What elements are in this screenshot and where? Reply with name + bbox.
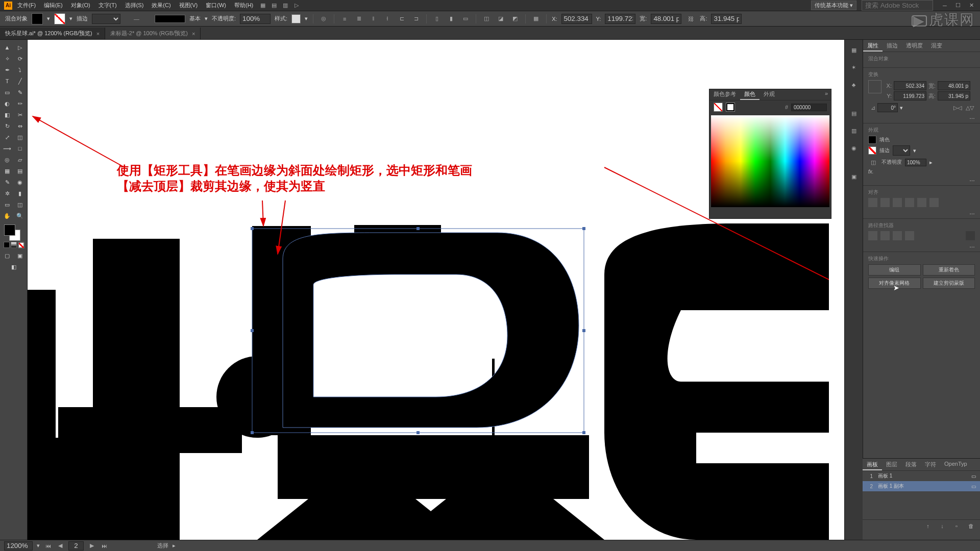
h-input[interactable]	[711, 14, 742, 24]
ab-delete-icon[interactable]: 🗑	[966, 521, 976, 531]
more-icon[interactable]: …	[969, 114, 975, 120]
more-icon-3[interactable]: …	[969, 209, 975, 215]
next-ab-icon[interactable]: ▶	[88, 542, 96, 550]
path-2-icon[interactable]: ◪	[496, 14, 506, 24]
shaper-tool[interactable]: ◐	[1, 98, 14, 109]
align-5-icon[interactable]: ⊏	[397, 14, 407, 24]
pf-intersect[interactable]	[893, 231, 902, 240]
zoom-input[interactable]	[4, 541, 33, 550]
dist-1-icon[interactable]: ▯	[432, 14, 442, 24]
style-swatch[interactable]	[291, 14, 301, 23]
maximize-icon[interactable]: ☐	[953, 1, 963, 10]
screen-mode-1[interactable]: ▢	[1, 250, 14, 261]
link-wh-icon[interactable]: ⛓	[685, 14, 696, 24]
pf-minus-front[interactable]	[880, 231, 890, 240]
align-hcenter[interactable]	[880, 198, 890, 207]
quick-group[interactable]: 编组	[868, 264, 921, 276]
opacity-dd-icon[interactable]: ▸	[929, 159, 933, 166]
appearance-tab[interactable]: 外观	[760, 89, 779, 100]
opacity-input-2[interactable]	[905, 159, 926, 166]
pencil-tool[interactable]: ✏	[14, 98, 27, 109]
last-ab-icon[interactable]: ⏭	[100, 542, 108, 550]
tab-stroke[interactable]: 描边	[883, 40, 902, 52]
brush-dd-icon[interactable]: ▾	[205, 15, 208, 22]
fill-stroke-swatch[interactable]	[4, 224, 20, 241]
prop-h-input[interactable]	[938, 91, 970, 101]
flip-h-icon[interactable]: ▷◁	[952, 103, 963, 113]
artboard-row[interactable]: 1画板 1▭	[863, 471, 980, 481]
tab-blend[interactable]: 混变	[927, 40, 946, 52]
pf-unite[interactable]	[868, 231, 877, 240]
status-dd-icon[interactable]: ▸	[173, 542, 176, 549]
minimize-icon[interactable]: ─	[940, 1, 949, 10]
tab-props[interactable]: 属性	[863, 40, 883, 52]
stock-icon[interactable]: ▤	[270, 1, 279, 10]
blend-tool[interactable]: ◉	[14, 177, 27, 188]
stroke-dd-icon[interactable]: ▾	[69, 15, 72, 22]
close-tab-icon[interactable]: ×	[96, 31, 100, 37]
first-ab-icon[interactable]: ⏮	[44, 542, 52, 550]
close-icon[interactable]: ✕	[967, 1, 976, 10]
align-vcenter[interactable]	[917, 198, 926, 207]
color-guide-tab[interactable]: 颜色参考	[709, 89, 740, 100]
color-tab[interactable]: 颜色	[740, 89, 760, 100]
artboard-opts-icon[interactable]: ▭	[971, 484, 976, 489]
gradient-tool[interactable]: ▤	[14, 165, 27, 177]
scissors-tool[interactable]: ✂	[14, 109, 27, 120]
menu-type[interactable]: 文字(T)	[95, 1, 120, 10]
eyedropper-tool[interactable]: ✎	[1, 177, 14, 188]
stroke-app-swatch[interactable]	[868, 146, 876, 155]
transform-icon[interactable]: ▦	[531, 14, 541, 24]
scale-tool[interactable]: ⤢	[1, 132, 14, 143]
fx-label[interactable]: fx.	[868, 169, 874, 174]
pf-exclude[interactable]	[905, 231, 914, 240]
angle-dd-icon[interactable]: ▾	[900, 105, 903, 111]
artboard-tool[interactable]: ▭	[1, 199, 14, 210]
path-3-icon[interactable]: ◩	[510, 14, 520, 24]
more-icon-2[interactable]: …	[969, 176, 975, 182]
ab-tab-para[interactable]: 段落	[901, 459, 921, 470]
close-tab-icon[interactable]: ×	[192, 31, 195, 37]
tab-inactive[interactable]: 未标题-2* @ 100% (RGB/预览)×	[105, 28, 201, 39]
arrange-icon[interactable]: ▥	[281, 1, 290, 10]
align-1-icon[interactable]: ≡	[339, 14, 350, 24]
opacity-icon[interactable]: ◫	[868, 157, 878, 167]
prev-ab-icon[interactable]: ◀	[56, 542, 64, 550]
search-stock-input[interactable]	[862, 0, 933, 11]
w-input[interactable]	[651, 14, 681, 24]
prop-y-input[interactable]	[894, 91, 926, 101]
stroke-weight-dd[interactable]	[92, 14, 120, 24]
slice-tool[interactable]: ◫	[14, 199, 27, 210]
menu-object[interactable]: 对象(O)	[68, 1, 93, 10]
selection-tool[interactable]: ▲	[1, 42, 14, 53]
hex-input[interactable]	[791, 104, 827, 111]
x-input[interactable]	[561, 14, 592, 24]
menu-view[interactable]: 视图(V)	[176, 1, 201, 10]
dist-2-icon[interactable]: ▮	[446, 14, 456, 24]
dist-3-icon[interactable]: ▭	[460, 14, 471, 24]
mesh-tool[interactable]: ▦	[1, 165, 14, 177]
magic-wand-tool[interactable]: ✧	[1, 53, 14, 64]
menu-effect[interactable]: 效果(C)	[149, 1, 174, 10]
menu-file[interactable]: 文件(F)	[14, 1, 39, 10]
align-left[interactable]	[868, 198, 877, 207]
ab-new-icon[interactable]: ▫	[951, 521, 962, 531]
align-3-icon[interactable]: ⫴	[368, 14, 378, 24]
ab-down-icon[interactable]: ↓	[937, 521, 947, 531]
align-right[interactable]	[893, 198, 902, 207]
tab-active[interactable]: 快乐星球.ai* @ 1200% (RGB/预览)×	[0, 28, 105, 39]
rectangle-tool[interactable]: ▭	[1, 87, 14, 98]
ab-tab-char[interactable]: 字符	[921, 459, 940, 470]
ref-point-grid[interactable]	[868, 80, 881, 93]
opacity-input[interactable]	[240, 14, 271, 24]
hand-tool[interactable]: ✋	[1, 210, 14, 221]
prop-x-input[interactable]	[894, 81, 926, 90]
align-bottom[interactable]	[929, 198, 939, 207]
reflect-tool[interactable]: ⇔	[14, 120, 27, 132]
stroke-swatch[interactable]	[54, 13, 65, 24]
line-tool[interactable]: ╱	[14, 76, 27, 87]
shape-builder-tool[interactable]: ◎	[1, 154, 14, 165]
screen-mode-3[interactable]: ◧	[7, 261, 20, 272]
flip-v-icon[interactable]: △▽	[965, 103, 975, 113]
type-tool[interactable]: T	[1, 76, 14, 87]
